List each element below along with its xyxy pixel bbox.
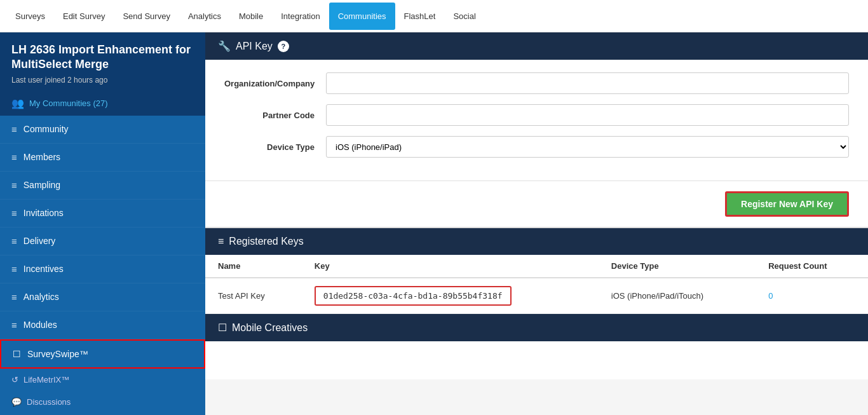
org-company-input[interactable] bbox=[326, 72, 849, 94]
sidebar-item-incentives[interactable]: ≡ Incentives bbox=[0, 255, 205, 283]
registered-keys-section-header: ≡ Registered Keys bbox=[205, 228, 868, 255]
device-type-select[interactable]: iOS (iPhone/iPad) Android Other bbox=[326, 136, 849, 158]
people-icon: 👥 bbox=[11, 97, 24, 109]
wrench-icon: 🔧 bbox=[218, 40, 231, 52]
device-type-row: Device Type iOS (iPhone/iPad) Android Ot… bbox=[224, 136, 849, 158]
lifemetrix-icon: ↺ bbox=[11, 375, 18, 384]
table-header-row: Name Key Device Type Request Count bbox=[205, 255, 868, 278]
sidebar-item-label: SurveySwipe™ bbox=[27, 349, 88, 359]
mobile-creatives-title: Mobile Creatives bbox=[232, 322, 308, 334]
sidebar-item-label: Invitations bbox=[24, 208, 64, 218]
table-row: Test API Key 01ded258-c03a-4cfa-bd1a-89b… bbox=[205, 278, 868, 314]
sampling-icon: ≡ bbox=[11, 180, 17, 191]
sidebar-item-label: Modules bbox=[24, 320, 57, 330]
row-name: Test API Key bbox=[205, 278, 302, 314]
analytics-icon: ≡ bbox=[11, 292, 17, 303]
nav-surveys[interactable]: Surveys bbox=[6, 3, 54, 30]
col-name: Name bbox=[205, 255, 302, 278]
top-navigation: Surveys Edit Survey Send Survey Analytic… bbox=[0, 0, 868, 32]
nav-flashlet[interactable]: FlashLet bbox=[395, 3, 445, 30]
form-actions: Register New API Key bbox=[205, 181, 868, 228]
sidebar: LH 2636 Import Enhancement for MultiSele… bbox=[0, 32, 205, 415]
sidebar-header: LH 2636 Import Enhancement for MultiSele… bbox=[0, 32, 205, 91]
sidebar-item-sampling[interactable]: ≡ Sampling bbox=[0, 172, 205, 200]
sidebar-item-analytics[interactable]: ≡ Analytics bbox=[0, 283, 205, 311]
registered-keys-table: Name Key Device Type Request Count Test … bbox=[205, 255, 868, 314]
partner-code-row: Partner Code bbox=[224, 104, 849, 126]
nav-integration[interactable]: Integration bbox=[272, 3, 329, 30]
sidebar-item-members[interactable]: ≡ Members bbox=[0, 144, 205, 172]
sidebar-item-label: Members bbox=[24, 152, 60, 162]
col-device-type: Device Type bbox=[599, 255, 756, 278]
sidebar-small-label: Discussions bbox=[27, 397, 71, 407]
api-key-value[interactable]: 01ded258-c03a-4cfa-bd1a-89b55b4f318f bbox=[315, 286, 512, 306]
my-communities-label: My Communities (27) bbox=[29, 99, 108, 108]
sidebar-item-label: Community bbox=[24, 124, 69, 134]
sidebar-item-label: Sampling bbox=[24, 180, 60, 190]
register-api-key-button[interactable]: Register New API Key bbox=[725, 191, 849, 217]
content-area: 🔧 API Key ? Organization/Company Partner… bbox=[205, 32, 868, 415]
mobile-creatives-icon: ☐ bbox=[218, 322, 227, 334]
row-request-count: 0 bbox=[756, 278, 868, 314]
registered-keys-title: Registered Keys bbox=[229, 236, 303, 247]
sidebar-item-lifemetrix[interactable]: ↺ LifeMetrIX™ bbox=[0, 369, 205, 391]
org-company-label: Organization/Company bbox=[224, 79, 326, 88]
help-icon[interactable]: ? bbox=[278, 41, 289, 52]
device-type-label: Device Type bbox=[224, 142, 326, 152]
sidebar-item-label: Delivery bbox=[24, 236, 56, 246]
sidebar-item-modules[interactable]: ≡ Modules bbox=[0, 311, 205, 339]
table-wrapper: Name Key Device Type Request Count Test … bbox=[205, 255, 868, 314]
api-key-form: Organization/Company Partner Code Device… bbox=[205, 60, 868, 181]
api-key-title: API Key bbox=[236, 41, 273, 52]
my-communities-link[interactable]: 👥 My Communities (27) bbox=[0, 91, 205, 116]
mobile-creatives-section-header: ☐ Mobile Creatives bbox=[205, 314, 868, 341]
nav-social[interactable]: Social bbox=[444, 3, 484, 30]
list-icon: ≡ bbox=[218, 236, 224, 247]
sidebar-small-label: LifeMetrIX™ bbox=[24, 375, 69, 384]
surveyswipe-icon: ☐ bbox=[13, 349, 21, 359]
delivery-icon: ≡ bbox=[11, 236, 17, 247]
project-subtitle: Last user joined 2 hours ago bbox=[11, 76, 194, 85]
api-key-section-header: 🔧 API Key ? bbox=[205, 32, 868, 60]
row-device-type: iOS (iPhone/iPad/iTouch) bbox=[599, 278, 756, 314]
sidebar-item-label: Incentives bbox=[24, 264, 64, 274]
partner-code-label: Partner Code bbox=[224, 111, 326, 120]
sidebar-item-community[interactable]: ≡ Community bbox=[0, 116, 205, 144]
nav-communities[interactable]: Communities bbox=[329, 3, 395, 30]
col-key: Key bbox=[302, 255, 599, 278]
partner-code-input[interactable] bbox=[326, 104, 849, 126]
registered-keys-table-container: Name Key Device Type Request Count Test … bbox=[205, 255, 868, 314]
nav-edit-survey[interactable]: Edit Survey bbox=[54, 3, 114, 30]
members-icon: ≡ bbox=[11, 152, 17, 163]
project-title: LH 2636 Import Enhancement for MultiSele… bbox=[11, 43, 194, 72]
incentives-icon: ≡ bbox=[11, 264, 17, 275]
discussions-icon: 💬 bbox=[11, 397, 22, 407]
col-request-count: Request Count bbox=[756, 255, 868, 278]
nav-mobile[interactable]: Mobile bbox=[230, 3, 272, 30]
community-icon: ≡ bbox=[11, 124, 17, 135]
sidebar-item-delivery[interactable]: ≡ Delivery bbox=[0, 228, 205, 255]
nav-send-survey[interactable]: Send Survey bbox=[114, 3, 179, 30]
org-company-row: Organization/Company bbox=[224, 72, 849, 94]
sidebar-item-label: Analytics bbox=[24, 292, 59, 302]
sidebar-item-discussions[interactable]: 💬 Discussions bbox=[0, 391, 205, 413]
main-layout: LH 2636 Import Enhancement for MultiSele… bbox=[0, 32, 868, 415]
sidebar-item-invitations[interactable]: ≡ Invitations bbox=[0, 200, 205, 228]
mobile-creatives-content bbox=[205, 341, 868, 379]
nav-analytics[interactable]: Analytics bbox=[179, 3, 230, 30]
sidebar-item-surveyswipe[interactable]: ☐ SurveySwipe™ bbox=[0, 339, 205, 369]
invitations-icon: ≡ bbox=[11, 208, 17, 219]
row-key: 01ded258-c03a-4cfa-bd1a-89b55b4f318f bbox=[302, 278, 599, 314]
modules-icon: ≡ bbox=[11, 320, 17, 330]
